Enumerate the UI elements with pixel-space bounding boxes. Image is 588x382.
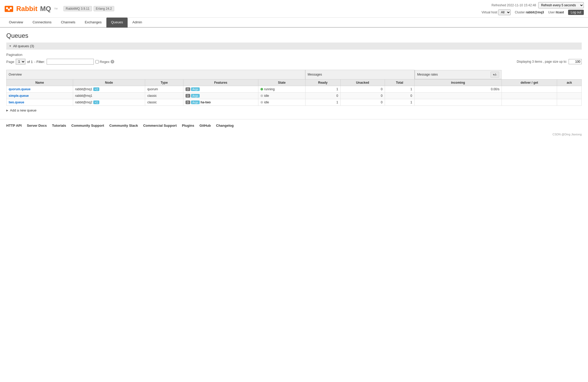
table-row: two.queuerabbit@mq2+1classicDArgsha-twoi…	[7, 99, 582, 105]
nav-queues[interactable]: Queues	[106, 18, 128, 28]
cluster-value: rabbit@mq3	[526, 10, 544, 14]
top-bar: RabbitMQTM RabbitMQ 3.9.11 Erlang 24.2 R…	[0, 0, 588, 18]
col-header-row: Name Node Type Features State Ready Unac…	[7, 79, 582, 86]
add-queue-section[interactable]: ▶ Add a new queue	[6, 106, 582, 115]
state-dot	[260, 101, 263, 104]
add-queue-label: Add a new queue	[10, 108, 36, 112]
col-node: Node	[73, 79, 145, 86]
displaying-text: Displaying 3 items , page size up to:	[517, 60, 567, 63]
svg-rect-1	[6, 7, 8, 9]
state-text: idle	[264, 100, 269, 104]
footer-link[interactable]: Plugins	[182, 124, 194, 128]
overview-group-header: Overview	[7, 70, 306, 79]
filter-label: - Filter:	[34, 60, 45, 64]
nav-connections[interactable]: Connections	[28, 18, 56, 28]
section-title: All queues (3)	[13, 44, 34, 48]
node-badge: +2	[93, 87, 99, 91]
rates-group-header: Message rates +/-	[415, 70, 502, 79]
incoming-cell: 0.00/s	[415, 86, 502, 92]
help-icon: ?	[111, 60, 114, 63]
user-value: itcast	[556, 10, 564, 14]
cluster-info: Cluster rabbit@mq3	[515, 10, 544, 14]
of-label: of 1	[27, 60, 33, 64]
type-cell: classic	[145, 99, 183, 105]
footer-link[interactable]: Server Docs	[27, 124, 47, 128]
nav-overview[interactable]: Overview	[4, 18, 28, 28]
regex-text: Regex	[100, 60, 110, 64]
page-size-input[interactable]	[569, 59, 582, 64]
queue-name[interactable]: quorum.queue	[9, 87, 30, 91]
state-cell: idle	[258, 92, 305, 99]
queue-name-cell[interactable]: simple.queue	[7, 92, 73, 99]
total-cell: 1	[385, 99, 414, 105]
ack-cell	[557, 86, 582, 92]
feature-args-badge: Args	[191, 94, 200, 98]
rates-group-label: Message rates	[417, 73, 438, 76]
queue-name[interactable]: two.queue	[9, 100, 24, 104]
feature-d-badge: D	[186, 100, 190, 104]
nav-exchanges[interactable]: Exchanges	[80, 18, 106, 28]
footer-links: HTTP APIServer DocsTutorialsCommunity Su…	[0, 119, 588, 132]
state-dot	[260, 94, 263, 97]
feature-d-badge: D	[186, 87, 190, 91]
add-queue-arrow: ▶	[6, 109, 8, 112]
footer-link[interactable]: Changelog	[216, 124, 234, 128]
node-badge: +1	[93, 100, 99, 104]
col-state: State	[258, 79, 305, 86]
section-collapse-arrow: ▼	[9, 45, 12, 47]
features-cell: DArgsha-two	[183, 99, 258, 105]
erlang-version-badge: Erlang 24.2	[94, 6, 114, 11]
deliver-get-cell	[502, 86, 557, 92]
all-queues-section-header[interactable]: ▼ All queues (3)	[6, 43, 582, 50]
queue-name-cell[interactable]: two.queue	[7, 99, 73, 105]
regex-label[interactable]: Regex ?	[95, 60, 115, 64]
deliver-get-cell	[502, 99, 557, 105]
footer-link[interactable]: Community Slack	[109, 124, 138, 128]
virtual-host-select[interactable]: All /	[498, 9, 511, 15]
ack-cell	[557, 99, 582, 105]
queue-name-cell[interactable]: quorum.queue	[7, 86, 73, 92]
col-ready: Ready	[305, 79, 340, 86]
col-total: Total	[385, 79, 414, 86]
col-type: Type	[145, 79, 183, 86]
virtual-host-label: Virtual host All /	[482, 9, 511, 15]
col-deliver-get: deliver / get	[502, 79, 557, 86]
footer-link[interactable]: Commercial Support	[143, 124, 177, 128]
meta-row: Virtual host All / Cluster rabbit@mq3 Us…	[482, 9, 584, 15]
page-title: Queues	[6, 32, 582, 39]
footer-link[interactable]: GitHub	[199, 124, 211, 128]
logout-button[interactable]: Log out	[568, 10, 584, 15]
nav-admin[interactable]: Admin	[128, 18, 147, 28]
col-name: Name	[7, 79, 73, 86]
plus-minus-button[interactable]: +/-	[491, 72, 499, 78]
feature-args-badge: Args	[191, 100, 200, 104]
page-select[interactable]: 1	[16, 59, 25, 65]
queue-name[interactable]: simple.queue	[9, 94, 29, 98]
svg-rect-3	[8, 9, 10, 10]
incoming-cell	[415, 99, 502, 105]
col-incoming: incoming	[415, 79, 502, 86]
ack-cell	[557, 92, 582, 99]
feature-ha-badge: ha-two	[201, 100, 211, 104]
node-cell: rabbit@mq1	[73, 92, 145, 99]
pagination-label: Pagination	[6, 53, 582, 57]
refreshed-text: Refreshed 2022-11-10 15:42:48	[492, 3, 536, 7]
incoming-cell	[415, 92, 502, 99]
footer-link[interactable]: HTTP API	[6, 124, 22, 128]
queues-tbody: quorum.queuerabbit@mq1+2quorumDArgsrunni…	[7, 86, 582, 105]
table-row: simple.queuerabbit@mq1classicDArgsidle00…	[7, 92, 582, 99]
nav-channels[interactable]: Channels	[56, 18, 80, 28]
state-indicator: idle	[260, 94, 303, 98]
messages-group-header: Messages	[305, 70, 414, 79]
footer-link[interactable]: Community Support	[71, 124, 104, 128]
type-cell: quorum	[145, 86, 183, 92]
feature-args-badge: Args	[191, 87, 200, 91]
features-cell: DArgs	[183, 86, 258, 92]
rabbitmq-version-badge: RabbitMQ 3.9.11	[63, 6, 92, 11]
footer-link[interactable]: Tutorials	[52, 124, 66, 128]
svg-rect-2	[10, 7, 12, 9]
filter-input[interactable]	[47, 59, 94, 65]
regex-checkbox[interactable]	[95, 60, 99, 63]
node-cell: rabbit@mq2+1	[73, 99, 145, 105]
refresh-select[interactable]: Refresh every 5 seconds Refresh every 10…	[538, 2, 584, 8]
